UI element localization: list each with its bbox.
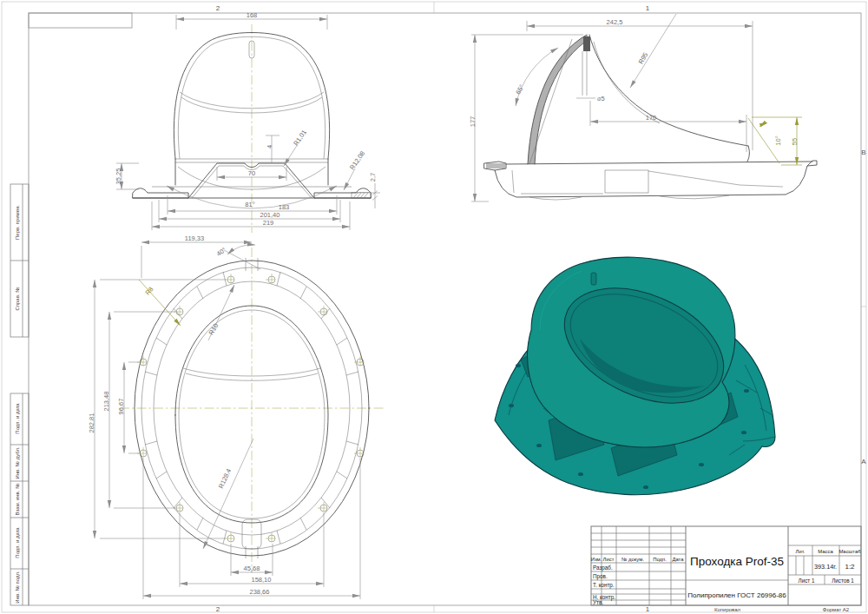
dim-r1-01: R1,01 xyxy=(292,129,308,148)
tb-row-tkontr: Т. контр. xyxy=(593,582,615,589)
dim-45-68: 45,68 xyxy=(244,564,260,572)
dim-r128-4: R128,4 xyxy=(217,467,233,490)
tb-row-utv: Утв. xyxy=(593,599,603,605)
front-view: 168 35,25 70 4 R1,01 R12,08 2,7 81° 183 … xyxy=(115,11,381,233)
tb-col-podp: Подп. xyxy=(653,557,667,562)
tb-col-list: Лист xyxy=(603,557,615,562)
sheet-frame: 2 1 2 1 B A Копировал Формат А2 xyxy=(2,2,866,613)
zone-letter-upper: B xyxy=(861,149,865,156)
stamp-inv-podl: Инв. № подл. xyxy=(15,571,20,604)
dim-70: 70 xyxy=(248,169,255,177)
side-view: 242,5 177 65° R95 ⌀5 170 10° 55 xyxy=(469,14,818,201)
tb-scale-label: Масштаб xyxy=(838,549,861,554)
margin-stamps: Перв. примен. Справ. № Подп. и дата Инв.… xyxy=(10,184,29,605)
tb-row-razrab: Разраб. xyxy=(593,564,613,571)
dim-213-48: 213,48 xyxy=(102,392,110,412)
zone-letter-lower: A xyxy=(861,458,866,465)
zone-number-bottom-left: 2 xyxy=(216,605,220,613)
screw-hatch xyxy=(352,193,371,199)
dim-183: 183 xyxy=(279,203,290,211)
dim-65deg: 65° xyxy=(514,83,525,96)
corner-stamp-box xyxy=(29,13,132,28)
title-block: Изм. Лист № докум. Подп. Дата Разраб. Пр… xyxy=(591,526,862,605)
tb-mass-label: Масса xyxy=(818,549,833,554)
dim-282-81: 282,81 xyxy=(88,413,95,433)
tb-col-izm: Изм. xyxy=(591,557,602,562)
dim-81deg: 81° xyxy=(245,201,254,208)
dim-r95: R95 xyxy=(637,51,650,65)
dim-219: 219 xyxy=(263,219,274,227)
tb-col-doc: № докум. xyxy=(621,557,644,562)
collar-slot xyxy=(591,273,596,285)
dim-2-7: 2,7 xyxy=(369,173,377,182)
dim-168: 168 xyxy=(247,11,258,19)
zone-number-bottom-right: 1 xyxy=(646,605,650,613)
iso-view-3d xyxy=(495,257,775,495)
tb-lit-label: Лит. xyxy=(796,549,806,554)
stamp-podp-data-2: Подп. и дата xyxy=(15,527,20,558)
dim-r12-08: R12,08 xyxy=(348,149,366,171)
dim-201-40: 201,40 xyxy=(260,211,280,219)
zone-number-top-right: 1 xyxy=(646,4,650,12)
tb-col-data: Дата xyxy=(672,557,684,562)
dim-40deg: 40° xyxy=(215,246,227,258)
dim-10deg: 10° xyxy=(774,135,782,145)
tb-sheets: Листов 1 xyxy=(832,578,854,584)
dim-4: 4 xyxy=(266,145,273,149)
dim-119-33: 119,33 xyxy=(185,234,204,242)
tb-row-prov: Пров. xyxy=(593,573,608,580)
dim-158-10: 158,10 xyxy=(252,576,272,584)
dim-238-66: 238,66 xyxy=(250,588,270,596)
format-label: Формат А2 xyxy=(823,607,850,612)
dim-242-5: 242,5 xyxy=(607,18,623,26)
dim-170: 170 xyxy=(646,114,657,122)
tb-scale-value: 1:2 xyxy=(845,563,855,571)
cad-drawing: 2 1 2 1 B A Копировал Формат А2 Перв. пр… xyxy=(0,0,868,614)
copied-label: Копировал xyxy=(714,607,741,612)
stamp-perv-primen: Перв. примен. xyxy=(15,205,20,240)
dim-dia5: ⌀5 xyxy=(597,95,605,102)
dim-177: 177 xyxy=(469,116,477,128)
zone-number-top-left: 2 xyxy=(216,4,220,12)
dim-55: 55 xyxy=(791,138,799,145)
stamp-vzam-inv: Взам. инв. № xyxy=(15,483,20,515)
part-material: Полипропилен ГОСТ 26996-86 xyxy=(687,591,786,599)
dim-96-67: 96,67 xyxy=(117,399,125,415)
tb-mass-value: 393.14г. xyxy=(814,563,837,571)
stamp-podp-data-1: Подп. и дата xyxy=(15,403,20,434)
top-view: 119,33 40° R8 R10 282,81 213,48 96,67 R1… xyxy=(88,234,385,599)
part-title: Проходка Prof-35 xyxy=(690,555,784,568)
stamp-sprav-no: Справ. № xyxy=(15,287,20,310)
drawing-sheet: 2 1 2 1 B A Копировал Формат А2 Перв. пр… xyxy=(0,0,868,614)
stamp-inv-dubl: Инв. № дубл. xyxy=(15,446,20,479)
tb-sheet: Лист 1 xyxy=(799,578,815,584)
dim-35-25: 35,25 xyxy=(115,168,122,185)
